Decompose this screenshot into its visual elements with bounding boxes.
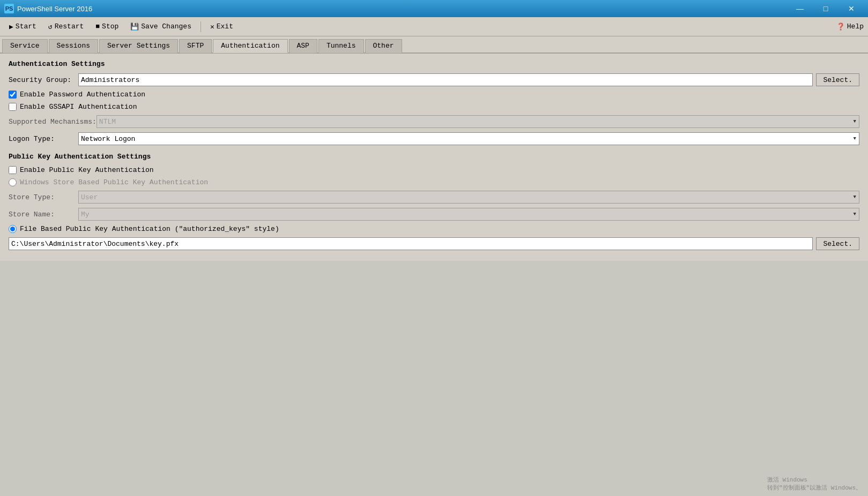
tab-service[interactable]: Service <box>2 39 48 53</box>
stop-button[interactable]: ■ Stop <box>91 19 123 34</box>
file-based-radio[interactable] <box>9 225 17 233</box>
tab-sessions[interactable]: Sessions <box>49 39 98 53</box>
windows-store-row: Windows Store Based Public Key Authentic… <box>9 178 859 186</box>
windows-store-radio[interactable] <box>9 178 17 186</box>
watermark-line1: 激活 Windows <box>767 476 862 484</box>
titlebar: PS PowerShell Server 2016 — □ ✕ <box>0 0 868 17</box>
file-path-select-button[interactable]: Select. <box>816 237 859 250</box>
help-icon: ❓ <box>836 22 845 31</box>
file-path-row: Select. <box>9 237 859 250</box>
help-button[interactable]: ❓ Help <box>836 22 864 31</box>
tab-authentication[interactable]: Authentication <box>213 39 287 53</box>
tab-server-settings[interactable]: Server Settings <box>99 39 178 53</box>
windows-store-label[interactable]: Windows Store Based Public Key Authentic… <box>20 178 208 186</box>
file-path-input[interactable] <box>9 237 813 250</box>
stop-icon: ■ <box>95 22 100 31</box>
app-icon: PS <box>4 4 14 13</box>
toolbar-separator <box>201 21 201 32</box>
enable-password-row: Enable Password Authentication <box>9 91 859 99</box>
store-type-row: Store Type: User Machine <box>9 191 859 204</box>
store-type-select: User Machine <box>78 191 859 204</box>
store-name-select: My Root Trust <box>78 208 859 221</box>
store-name-row: Store Name: My Root Trust <box>9 208 859 221</box>
file-based-row: File Based Public Key Authentication ("a… <box>9 225 859 233</box>
save-changes-button[interactable]: 💾 Save Changes <box>125 19 196 34</box>
security-group-label: Security Group: <box>9 76 78 84</box>
pubkey-section: Public Key Authentication Settings <box>9 153 859 161</box>
enable-password-label[interactable]: Enable Password Authentication <box>20 91 145 99</box>
store-name-label: Store Name: <box>9 211 78 219</box>
start-button[interactable]: ▶ Start <box>4 19 41 34</box>
exit-icon: ✕ <box>210 22 214 31</box>
tab-sftp[interactable]: SFTP <box>179 39 212 53</box>
supported-mechanisms-row: Supported Mechanisms: NTLM <box>9 115 859 128</box>
minimize-button[interactable]: — <box>788 1 812 16</box>
store-type-wrapper: User Machine <box>78 191 859 204</box>
tab-other[interactable]: Other <box>365 39 402 53</box>
pubkey-section-title: Public Key Authentication Settings <box>9 153 859 161</box>
enable-pubkey-row: Enable Public Key Authentication <box>9 166 859 174</box>
tab-tunnels[interactable]: Tunnels <box>318 39 364 53</box>
enable-pubkey-label[interactable]: Enable Public Key Authentication <box>20 166 154 174</box>
toolbar: ▶ Start ↺ Restart ■ Stop 💾 Save Changes … <box>0 17 868 36</box>
file-based-label[interactable]: File Based Public Key Authentication ("a… <box>20 225 279 233</box>
logon-type-label: Logon Type: <box>9 135 78 143</box>
maximize-button[interactable]: □ <box>813 1 838 16</box>
main-content: Authentication Settings Security Group: … <box>0 54 868 261</box>
close-button[interactable]: ✕ <box>839 1 864 16</box>
logon-type-select[interactable]: Network Logon Interactive Logon Batch Lo… <box>78 132 859 145</box>
window-controls: — □ ✕ <box>788 1 864 16</box>
save-icon: 💾 <box>130 22 139 31</box>
restart-button[interactable]: ↺ Restart <box>43 19 88 34</box>
enable-gssapi-row: Enable GSSAPI Authentication <box>9 103 859 111</box>
enable-pubkey-checkbox[interactable] <box>9 166 17 174</box>
tabs-bar: Service Sessions Server Settings SFTP Au… <box>0 36 868 54</box>
window-title: PowerShell Server 2016 <box>17 5 92 13</box>
enable-password-checkbox[interactable] <box>9 91 17 99</box>
supported-mechanisms-wrapper: NTLM <box>97 115 859 128</box>
security-group-select-button[interactable]: Select. <box>816 73 859 86</box>
logon-type-row: Logon Type: Network Logon Interactive Lo… <box>9 132 859 145</box>
watermark: 激活 Windows 转到"控制面板"以激活 Windows。 <box>767 476 862 492</box>
supported-mechanisms-select: NTLM <box>97 115 859 128</box>
logon-type-wrapper: Network Logon Interactive Logon Batch Lo… <box>78 132 859 145</box>
enable-gssapi-label[interactable]: Enable GSSAPI Authentication <box>20 103 137 111</box>
security-group-row: Security Group: Select. <box>9 73 859 86</box>
store-type-label: Store Type: <box>9 193 78 201</box>
auth-section-title: Authentication Settings <box>9 60 859 68</box>
supported-mechanisms-label: Supported Mechanisms: <box>9 118 97 126</box>
enable-gssapi-checkbox[interactable] <box>9 103 17 111</box>
security-group-input[interactable] <box>78 73 813 86</box>
watermark-line2: 转到"控制面板"以激活 Windows。 <box>767 484 862 492</box>
tab-asp[interactable]: ASP <box>289 39 317 53</box>
start-icon: ▶ <box>9 22 13 31</box>
exit-button[interactable]: ✕ Exit <box>205 19 238 34</box>
restart-icon: ↺ <box>48 22 53 31</box>
store-name-wrapper: My Root Trust <box>78 208 859 221</box>
